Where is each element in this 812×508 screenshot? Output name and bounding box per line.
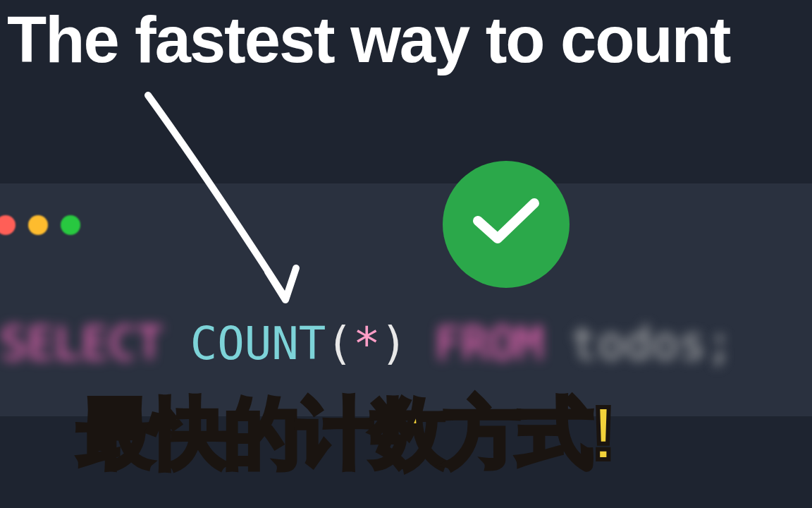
main-title-cn: 最快的计数方式! (78, 395, 613, 471)
window-controls (0, 215, 80, 235)
semicolon: ; (706, 318, 734, 370)
checkmark-badge (443, 161, 570, 288)
select-keyword: SELECT (0, 318, 163, 370)
count-function: COUNT (190, 318, 326, 370)
star-operator: * (353, 318, 381, 370)
paren-open: ( (326, 318, 353, 370)
paren-close: ) (380, 318, 407, 370)
close-dot-icon (0, 215, 16, 235)
maximize-dot-icon (61, 215, 80, 235)
sql-code-line: SELECT COUNT(*) FROM todos; (0, 318, 812, 370)
code-window (0, 183, 812, 416)
minimize-dot-icon (28, 215, 48, 235)
checkmark-icon (471, 196, 541, 246)
main-title-en: The fastest way to count (0, 7, 812, 72)
from-keyword: FROM (435, 318, 543, 370)
table-name: todos (570, 318, 706, 370)
